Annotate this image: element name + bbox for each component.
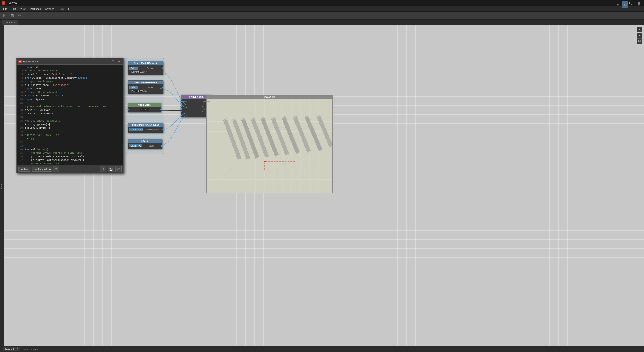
- save-button[interactable]: [9, 12, 15, 19]
- editor-toolbar: ▶ Run IronPython2 CPython3 ⟳ ? 💾 ↺: [16, 165, 124, 173]
- code-block-node[interactable]: Code Block 0..1..#x;: [128, 103, 161, 112]
- view-toggle-4[interactable]: ⊟: [636, 1, 642, 7]
- menu-view[interactable]: View: [18, 6, 28, 11]
- watch3d-node[interactable]: Watch 3D: [206, 95, 332, 193]
- run-label: Run: [24, 168, 28, 171]
- new-button[interactable]: [2, 12, 8, 19]
- status-text: Run completed.: [24, 348, 41, 351]
- tab-home-close[interactable]: ✕: [14, 21, 16, 24]
- revert-btn[interactable]: ↺: [115, 166, 122, 172]
- python-in1: [180, 103, 182, 105]
- python-in3: [180, 108, 182, 110]
- run-icon: ▶: [21, 168, 22, 171]
- toolbar: ⊞ ▣ ≡ ⊟: [0, 11, 644, 20]
- view-toggle-1[interactable]: ⊞: [614, 1, 621, 7]
- output-port-framing: [162, 129, 164, 131]
- help-btn[interactable]: ?: [100, 166, 106, 172]
- menu-packages[interactable]: Packages: [28, 6, 43, 11]
- node-header-select2: Select Model Element: [128, 81, 163, 84]
- svg-rect-6: [11, 16, 13, 17]
- structural-framing-node[interactable]: Structural Framing Types W12X26 Framing …: [128, 123, 164, 133]
- python-editor-icon: R: [18, 60, 22, 63]
- editor-titlebar: R Python Script — ❐ ✕: [16, 58, 124, 64]
- run-mode-selector[interactable]: Automatic ▾: [3, 347, 20, 351]
- svg-point-62: [264, 161, 266, 162]
- menu-edit[interactable]: Edit: [10, 6, 18, 11]
- tab-home-label: Home*: [5, 21, 12, 24]
- python-in2: [180, 105, 182, 107]
- select-model-element-1[interactable]: Select Model Element Select Element Elem…: [128, 61, 164, 75]
- engine-select[interactable]: IronPython2 CPython3: [32, 167, 52, 172]
- levels-label: Levels: [149, 145, 154, 147]
- watch3d-header: Watch 3D: [206, 95, 332, 99]
- menu-file[interactable]: File: [1, 6, 10, 11]
- code-area: 12345 678910 1112131415 1617181920 21222…: [16, 64, 124, 165]
- save-script-btn[interactable]: 💾: [108, 166, 114, 172]
- zoom-fit[interactable]: ⊡: [637, 38, 642, 44]
- code-content[interactable]: import clr #import Dynamo Geometry clr.A…: [23, 64, 124, 165]
- tab-home[interactable]: Home* ✕: [2, 20, 18, 25]
- editor-maximize[interactable]: ❐: [110, 59, 116, 63]
- watch3d-body: [206, 99, 332, 193]
- undo-button[interactable]: [16, 12, 22, 19]
- run-mode-label: Automatic: [5, 348, 16, 351]
- element-label-1: Element: [147, 67, 154, 69]
- node-header-select1: Select Model Element: [128, 61, 163, 65]
- python-editor: R Python Script — ❐ ✕ 12345 678910 11121…: [16, 58, 124, 173]
- tab-bar: Home* ✕: [0, 20, 644, 25]
- menu-settings[interactable]: Settings: [43, 6, 56, 11]
- app-title: Dynamo: [7, 1, 17, 5]
- python-editor-title: Python Script: [23, 60, 103, 63]
- view-toggle-3[interactable]: ≡: [629, 1, 635, 7]
- node-header-levels: Levels: [128, 139, 162, 143]
- select-model-element-2[interactable]: Select Model Element Select Element Elem…: [128, 80, 164, 94]
- view-toggle-2[interactable]: ▣: [622, 1, 628, 7]
- zoom-plus[interactable]: +: [637, 27, 642, 32]
- library-label: Library: [1, 182, 3, 189]
- watch3d-visualization: [206, 99, 332, 193]
- menu-help[interactable]: Help: [56, 6, 66, 11]
- node-header-framing: Structural Framing Types: [128, 123, 163, 127]
- zoom-controls: + − ⊡: [637, 27, 642, 44]
- python-in2-label: IN[2]: [201, 105, 205, 107]
- zoom-minus[interactable]: −: [637, 33, 642, 38]
- run-mode-chevron: ▾: [16, 348, 18, 351]
- line-numbers: 12345 678910 1112131415 1617181920 21222…: [16, 64, 23, 165]
- select-button-2[interactable]: Select: [129, 86, 138, 89]
- python-in4: [180, 110, 182, 112]
- output-port-cb: [160, 109, 162, 110]
- refresh-btn[interactable]: ⟳: [53, 166, 60, 172]
- python-in3-label: IN[3]: [201, 108, 205, 110]
- python-in0: [180, 100, 182, 102]
- levels-node[interactable]: Levels Level 1 Levels: [128, 139, 162, 149]
- title-bar: R Dynamo — ❐ ✕: [0, 0, 644, 6]
- output-port-2: [162, 86, 164, 88]
- app-icon: R: [2, 1, 5, 5]
- input-port-cb: [127, 109, 129, 110]
- python-in1-label: IN[1]: [201, 103, 205, 105]
- framing-type-select[interactable]: W12X26: [129, 128, 143, 131]
- python-in4-label: IN[4]: [201, 110, 205, 112]
- status-bar: Automatic ▾ Run completed.: [0, 346, 644, 352]
- element-value-1: Element: 309258: [130, 71, 148, 73]
- level-select[interactable]: Level 1: [129, 144, 142, 147]
- node-header-codeblock: Code Block: [128, 103, 161, 107]
- svg-rect-5: [12, 14, 13, 15]
- output-port-levels: [161, 145, 163, 147]
- run-button[interactable]: ▶ Run: [18, 167, 30, 172]
- library-panel[interactable]: Library: [0, 25, 4, 346]
- framing-types-label: Framing Types: [146, 129, 160, 131]
- editor-window-buttons: — ❐ ✕: [104, 59, 122, 63]
- editor-close[interactable]: ✕: [116, 59, 122, 63]
- menu-info[interactable]: ℹ: [66, 6, 71, 11]
- output-port-1: [162, 67, 164, 69]
- select-button-1[interactable]: Select: [129, 66, 138, 70]
- menu-bar: File Edit View Packages Settings Help ℹ: [0, 6, 644, 11]
- workspace: Library Select Model Element Select: [0, 25, 644, 346]
- code-block-value[interactable]: 0..1..#x;: [140, 108, 149, 111]
- canvas[interactable]: Select Model Element Select Element Elem…: [4, 25, 644, 346]
- element-value-2: Element: 309055: [130, 90, 148, 92]
- element-label-2: Element: [147, 86, 154, 88]
- python-in0-label: IN[0]: [183, 100, 187, 102]
- editor-minimize[interactable]: —: [104, 59, 110, 63]
